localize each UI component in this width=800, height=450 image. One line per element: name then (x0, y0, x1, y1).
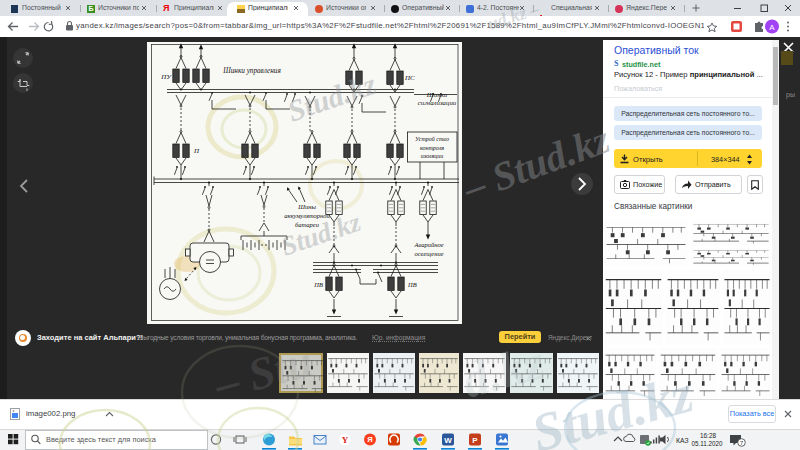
svg-text:P: P (472, 436, 478, 445)
svg-text:ПС: ПС (404, 74, 415, 82)
svg-text:КАЗ: КАЗ (676, 437, 689, 444)
svg-text:W: W (444, 436, 452, 445)
svg-text:Stud.kz: Stud.kz (283, 67, 380, 128)
svg-text:ПВ: ПВ (313, 281, 323, 288)
svg-text:П: П (193, 147, 200, 155)
svg-text:ры: ры (786, 91, 795, 99)
svg-text:Y: Y (342, 435, 349, 445)
svg-text:Устрой ство: Устрой ство (415, 136, 449, 142)
svg-text:Шины: Шины (297, 203, 316, 210)
svg-text:освещение: освещение (414, 250, 443, 257)
svg-text:Я: Я (367, 435, 372, 444)
svg-text:Аварийное: Аварийное (413, 241, 443, 248)
svg-text:A: A (769, 23, 775, 32)
svg-text:Шинки управления: Шинки управления (222, 67, 281, 75)
svg-text:ПВ: ПВ (407, 281, 417, 288)
svg-text:контроля: контроля (420, 145, 444, 151)
svg-text:7: 7 (740, 440, 743, 446)
svg-text:сигнализации: сигнализации (418, 99, 457, 106)
svg-text:изоляции: изоляции (421, 153, 444, 159)
svg-text:05.11.2020: 05.11.2020 (691, 440, 723, 447)
svg-text:ПУ: ПУ (160, 73, 172, 81)
svg-text:16:28: 16:28 (700, 432, 716, 439)
